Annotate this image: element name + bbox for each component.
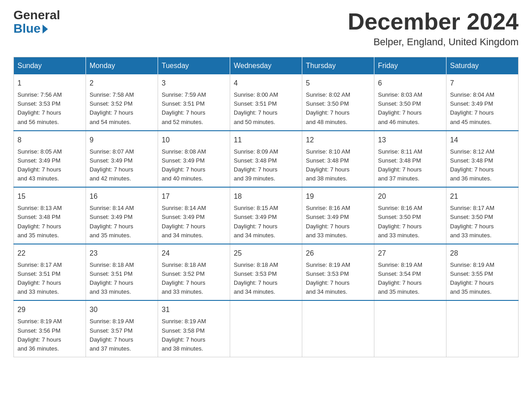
calendar-cell xyxy=(374,300,446,357)
calendar-cell xyxy=(446,300,519,357)
title-section: December 2024 Belper, England, United Ki… xyxy=(348,9,519,48)
calendar-cell: 5Sunrise: 8:02 AMSunset: 3:50 PMDaylight… xyxy=(302,74,374,131)
calendar-cell: 14Sunrise: 8:12 AMSunset: 3:48 PMDayligh… xyxy=(446,131,519,188)
logo-arrow-icon xyxy=(43,25,48,34)
calendar-cell: 21Sunrise: 8:17 AMSunset: 3:50 PMDayligh… xyxy=(446,187,519,244)
day-number: 11 xyxy=(234,135,298,146)
header-friday: Friday xyxy=(374,57,446,75)
day-info: Sunrise: 8:19 AMSunset: 3:55 PMDaylight:… xyxy=(450,261,515,297)
day-info: Sunrise: 8:17 AMSunset: 3:50 PMDaylight:… xyxy=(450,204,515,240)
calendar-cell: 2Sunrise: 7:58 AMSunset: 3:52 PMDaylight… xyxy=(86,74,158,131)
calendar-week-row: 1Sunrise: 7:56 AMSunset: 3:53 PMDaylight… xyxy=(14,74,519,131)
calendar-cell: 15Sunrise: 8:13 AMSunset: 3:48 PMDayligh… xyxy=(14,187,86,244)
day-number: 22 xyxy=(17,248,82,259)
day-number: 18 xyxy=(234,191,298,202)
calendar-cell: 22Sunrise: 8:17 AMSunset: 3:51 PMDayligh… xyxy=(14,244,86,301)
logo-general-text: General xyxy=(13,9,60,21)
day-info: Sunrise: 8:05 AMSunset: 3:49 PMDaylight:… xyxy=(17,147,82,184)
day-info: Sunrise: 8:19 AMSunset: 3:53 PMDaylight:… xyxy=(306,261,370,297)
page-header: General Blue December 2024 Belper, Engla… xyxy=(13,9,519,48)
day-info: Sunrise: 8:19 AMSunset: 3:57 PMDaylight:… xyxy=(90,317,154,353)
logo: General Blue xyxy=(13,9,60,36)
day-info: Sunrise: 8:18 AMSunset: 3:51 PMDaylight:… xyxy=(90,261,154,297)
logo-blue-text: Blue xyxy=(13,21,48,36)
calendar-cell: 23Sunrise: 8:18 AMSunset: 3:51 PMDayligh… xyxy=(86,244,158,301)
day-number: 27 xyxy=(378,248,442,259)
day-number: 19 xyxy=(306,191,370,202)
day-number: 4 xyxy=(234,78,298,89)
calendar-cell: 11Sunrise: 8:09 AMSunset: 3:48 PMDayligh… xyxy=(230,131,302,188)
day-info: Sunrise: 8:16 AMSunset: 3:49 PMDaylight:… xyxy=(306,204,370,240)
day-info: Sunrise: 8:03 AMSunset: 3:50 PMDaylight:… xyxy=(378,90,442,127)
day-info: Sunrise: 7:59 AMSunset: 3:51 PMDaylight:… xyxy=(162,90,226,127)
day-info: Sunrise: 8:19 AMSunset: 3:54 PMDaylight:… xyxy=(378,261,442,297)
day-info: Sunrise: 8:14 AMSunset: 3:49 PMDaylight:… xyxy=(90,204,154,240)
day-number: 25 xyxy=(234,248,298,259)
day-number: 14 xyxy=(450,135,515,146)
day-info: Sunrise: 8:17 AMSunset: 3:51 PMDaylight:… xyxy=(17,261,82,297)
day-info: Sunrise: 8:16 AMSunset: 3:50 PMDaylight:… xyxy=(378,204,442,240)
calendar-cell: 19Sunrise: 8:16 AMSunset: 3:49 PMDayligh… xyxy=(302,187,374,244)
day-number: 16 xyxy=(90,191,154,202)
month-title: December 2024 xyxy=(348,9,519,34)
day-info: Sunrise: 8:15 AMSunset: 3:49 PMDaylight:… xyxy=(234,204,298,240)
day-number: 13 xyxy=(378,135,442,146)
day-number: 2 xyxy=(90,78,154,89)
day-number: 1 xyxy=(17,78,82,89)
day-number: 23 xyxy=(90,248,154,259)
day-number: 5 xyxy=(306,78,370,89)
calendar-cell: 27Sunrise: 8:19 AMSunset: 3:54 PMDayligh… xyxy=(374,244,446,301)
day-number: 7 xyxy=(450,78,515,89)
day-info: Sunrise: 8:09 AMSunset: 3:48 PMDaylight:… xyxy=(234,147,298,184)
day-info: Sunrise: 7:58 AMSunset: 3:52 PMDaylight:… xyxy=(90,90,154,127)
calendar-cell: 31Sunrise: 8:19 AMSunset: 3:58 PMDayligh… xyxy=(158,300,230,357)
day-number: 31 xyxy=(162,304,226,315)
calendar-cell: 8Sunrise: 8:05 AMSunset: 3:49 PMDaylight… xyxy=(14,131,86,188)
day-info: Sunrise: 8:10 AMSunset: 3:48 PMDaylight:… xyxy=(306,147,370,184)
day-number: 9 xyxy=(90,135,154,146)
day-info: Sunrise: 8:14 AMSunset: 3:49 PMDaylight:… xyxy=(162,204,226,240)
day-number: 20 xyxy=(378,191,442,202)
calendar-cell: 10Sunrise: 8:08 AMSunset: 3:49 PMDayligh… xyxy=(158,131,230,188)
calendar-cell xyxy=(302,300,374,357)
day-number: 24 xyxy=(162,248,226,259)
day-info: Sunrise: 8:07 AMSunset: 3:49 PMDaylight:… xyxy=(90,147,154,184)
calendar-cell: 20Sunrise: 8:16 AMSunset: 3:50 PMDayligh… xyxy=(374,187,446,244)
calendar-cell: 17Sunrise: 8:14 AMSunset: 3:49 PMDayligh… xyxy=(158,187,230,244)
day-info: Sunrise: 8:11 AMSunset: 3:48 PMDaylight:… xyxy=(378,147,442,184)
header-thursday: Thursday xyxy=(302,57,374,75)
day-info: Sunrise: 8:04 AMSunset: 3:49 PMDaylight:… xyxy=(450,90,515,127)
calendar-week-row: 29Sunrise: 8:19 AMSunset: 3:56 PMDayligh… xyxy=(14,300,519,357)
day-number: 26 xyxy=(306,248,370,259)
header-saturday: Saturday xyxy=(446,57,519,75)
day-info: Sunrise: 8:02 AMSunset: 3:50 PMDaylight:… xyxy=(306,90,370,127)
day-info: Sunrise: 8:08 AMSunset: 3:49 PMDaylight:… xyxy=(162,147,226,184)
calendar-cell: 24Sunrise: 8:18 AMSunset: 3:52 PMDayligh… xyxy=(158,244,230,301)
day-number: 6 xyxy=(378,78,442,89)
calendar-week-row: 8Sunrise: 8:05 AMSunset: 3:49 PMDaylight… xyxy=(14,131,519,188)
calendar-week-row: 15Sunrise: 8:13 AMSunset: 3:48 PMDayligh… xyxy=(14,187,519,244)
day-info: Sunrise: 8:18 AMSunset: 3:52 PMDaylight:… xyxy=(162,261,226,297)
day-number: 12 xyxy=(306,135,370,146)
day-number: 17 xyxy=(162,191,226,202)
calendar-cell: 12Sunrise: 8:10 AMSunset: 3:48 PMDayligh… xyxy=(302,131,374,188)
day-number: 21 xyxy=(450,191,515,202)
calendar-cell: 4Sunrise: 8:00 AMSunset: 3:51 PMDaylight… xyxy=(230,74,302,131)
calendar-cell: 26Sunrise: 8:19 AMSunset: 3:53 PMDayligh… xyxy=(302,244,374,301)
calendar-cell: 7Sunrise: 8:04 AMSunset: 3:49 PMDaylight… xyxy=(446,74,519,131)
day-info: Sunrise: 8:18 AMSunset: 3:53 PMDaylight:… xyxy=(234,261,298,297)
day-number: 15 xyxy=(17,191,82,202)
day-info: Sunrise: 8:13 AMSunset: 3:48 PMDaylight:… xyxy=(17,204,82,240)
day-info: Sunrise: 8:19 AMSunset: 3:56 PMDaylight:… xyxy=(17,317,82,353)
day-info: Sunrise: 8:00 AMSunset: 3:51 PMDaylight:… xyxy=(234,90,298,127)
day-info: Sunrise: 7:56 AMSunset: 3:53 PMDaylight:… xyxy=(17,90,82,127)
calendar-cell: 1Sunrise: 7:56 AMSunset: 3:53 PMDaylight… xyxy=(14,74,86,131)
calendar-cell xyxy=(230,300,302,357)
calendar-table: SundayMondayTuesdayWednesdayThursdayFrid… xyxy=(13,57,519,357)
calendar-cell: 16Sunrise: 8:14 AMSunset: 3:49 PMDayligh… xyxy=(86,187,158,244)
calendar-cell: 18Sunrise: 8:15 AMSunset: 3:49 PMDayligh… xyxy=(230,187,302,244)
day-number: 28 xyxy=(450,248,515,259)
calendar-cell: 3Sunrise: 7:59 AMSunset: 3:51 PMDaylight… xyxy=(158,74,230,131)
header-wednesday: Wednesday xyxy=(230,57,302,75)
day-info: Sunrise: 8:19 AMSunset: 3:58 PMDaylight:… xyxy=(162,317,226,353)
